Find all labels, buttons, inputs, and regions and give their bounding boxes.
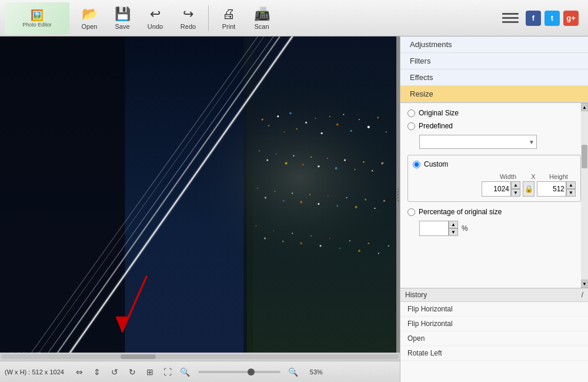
flip-h-button[interactable]: ⇔	[72, 365, 86, 379]
height-input-group: ▲ ▼	[537, 181, 576, 197]
height-column-label: Height	[544, 173, 573, 180]
history-item-2[interactable]: Open	[400, 331, 588, 346]
svg-point-46	[265, 197, 266, 198]
svg-point-20	[315, 118, 316, 119]
panel-scroll-thumb[interactable]	[582, 145, 587, 168]
history-item-0[interactable]: Flip Horizontal	[400, 302, 588, 317]
svg-point-39	[335, 167, 338, 170]
history-item-3[interactable]: Rotate Left	[400, 346, 588, 361]
pct-decrement-button[interactable]: ▼	[449, 228, 458, 236]
zoom-in-button[interactable]: 🔍	[286, 365, 300, 379]
open-button[interactable]: 📂 Open	[74, 2, 105, 34]
image-container[interactable]: 海东软件网 www.pc0359.cn	[0, 36, 400, 353]
custom-radio[interactable]	[413, 161, 420, 168]
fit-button[interactable]: ⛶	[161, 365, 175, 379]
predefined-dropdown-row: 800 x 600 1024 x 768 1280 x 720 1920 x 1…	[419, 135, 581, 149]
pct-increment-button[interactable]: ▲	[449, 221, 458, 228]
redo-icon: ↪	[183, 6, 193, 22]
lock-aspect-button[interactable]: 🔒	[523, 181, 534, 197]
percentage-option[interactable]: Percentage of original size	[407, 208, 581, 216]
svg-text:海东软件网 www.pc0359.cn: 海东软件网 www.pc0359.cn	[9, 351, 87, 353]
svg-point-45	[257, 188, 258, 189]
svg-point-64	[292, 232, 293, 234]
grid-view-button[interactable]: ⊞	[143, 365, 157, 379]
svg-point-66	[310, 235, 312, 237]
redo-button[interactable]: ↪ Redo	[173, 2, 203, 34]
svg-point-18	[296, 128, 298, 129]
wh-column-labels: Width X Height	[413, 173, 576, 180]
percentage-radio[interactable]	[407, 208, 415, 216]
scan-button[interactable]: 📠 Scan	[246, 2, 277, 34]
tab-adjustments[interactable]: Adjustments	[400, 36, 588, 53]
horizontal-scrollbar[interactable]	[0, 353, 400, 361]
height-decrement-button[interactable]: ▼	[566, 189, 576, 197]
height-input[interactable]	[537, 181, 566, 197]
width-input-group: ▲ ▼	[482, 181, 520, 197]
original-size-option[interactable]: Original Size	[407, 109, 581, 117]
width-column-label: Width	[493, 173, 523, 180]
social-icons: f t g+	[526, 11, 579, 26]
undo-button[interactable]: ↩ Undo	[140, 2, 171, 34]
toolbar-separator	[208, 5, 209, 31]
zoom-percentage: 53%	[304, 368, 323, 376]
svg-point-42	[363, 161, 365, 163]
svg-point-47	[274, 191, 275, 192]
svg-point-17	[289, 112, 292, 114]
panel-resize-handle[interactable]	[396, 36, 400, 353]
svg-point-63	[282, 241, 284, 243]
width-spin-buttons: ▲ ▼	[511, 181, 520, 197]
save-button[interactable]: 💾 Save	[107, 2, 138, 34]
h-scroll-thumb[interactable]	[121, 354, 156, 359]
original-size-radio[interactable]	[407, 109, 415, 117]
svg-point-61	[264, 237, 266, 239]
h-scroll-track[interactable]	[1, 354, 399, 359]
tab-effects[interactable]: Effects	[400, 69, 588, 86]
zoom-out-button[interactable]: 🔍	[178, 365, 192, 379]
percentage-label: Percentage of original size	[419, 208, 502, 216]
percentage-input[interactable]	[419, 221, 449, 236]
rotate-cw-button[interactable]: ↻	[125, 365, 139, 379]
width-input[interactable]	[482, 181, 511, 197]
predefined-radio[interactable]	[407, 122, 415, 130]
history-header: History /	[400, 288, 588, 302]
svg-point-56	[355, 206, 358, 208]
tab-filters[interactable]: Filters	[400, 53, 588, 69]
panel-scroll-up[interactable]: ▲	[581, 103, 588, 111]
history-panel: History / Flip Horizontal Flip Horizonta…	[400, 288, 588, 382]
flip-v-button[interactable]: ⇕	[90, 365, 104, 379]
panel-scroll-down[interactable]: ▼	[581, 280, 588, 288]
height-increment-button[interactable]: ▲	[566, 181, 576, 189]
panel-scrollbar[interactable]: ▲ ▼	[581, 103, 588, 288]
predefined-select[interactable]: 800 x 600 1024 x 768 1280 x 720 1920 x 1…	[419, 135, 537, 149]
x-separator-label: X	[527, 173, 539, 180]
lock-icon: 🔒	[524, 185, 533, 193]
width-decrement-button[interactable]: ▼	[511, 189, 520, 197]
print-button[interactable]: 🖨 Print	[213, 2, 244, 34]
svg-point-28	[377, 117, 379, 118]
percentage-input-row: ▲ ▼ %	[419, 221, 581, 236]
svg-point-69	[339, 247, 340, 249]
undo-icon: ↩	[150, 6, 161, 22]
panel-scroll-track[interactable]	[581, 111, 588, 280]
tab-resize[interactable]: Resize	[400, 86, 588, 102]
svg-point-57	[365, 198, 366, 200]
twitter-icon[interactable]: t	[544, 11, 560, 26]
svg-point-70	[349, 240, 350, 241]
menu-icon[interactable]	[502, 10, 519, 26]
predefined-option[interactable]: Predefined	[407, 122, 581, 130]
googleplus-icon[interactable]: g+	[563, 11, 579, 26]
zoom-slider[interactable]	[198, 371, 280, 373]
svg-point-53	[328, 195, 329, 197]
svg-point-55	[346, 197, 348, 198]
history-item-1[interactable]: Flip Horizontal	[400, 317, 588, 331]
svg-point-58	[374, 208, 375, 209]
rotate-ccw-button[interactable]: ↺	[108, 365, 122, 379]
canvas-area: 海东软件网 www.pc0359.cn (W x H)	[0, 36, 400, 382]
facebook-icon[interactable]: f	[526, 11, 541, 26]
svg-point-23	[336, 123, 339, 125]
zoom-thumb[interactable]	[248, 368, 255, 376]
width-increment-button[interactable]: ▲	[511, 181, 520, 189]
main-area: 海东软件网 www.pc0359.cn (W x H)	[0, 36, 588, 382]
svg-point-15	[277, 115, 279, 117]
svg-point-38	[327, 158, 328, 159]
